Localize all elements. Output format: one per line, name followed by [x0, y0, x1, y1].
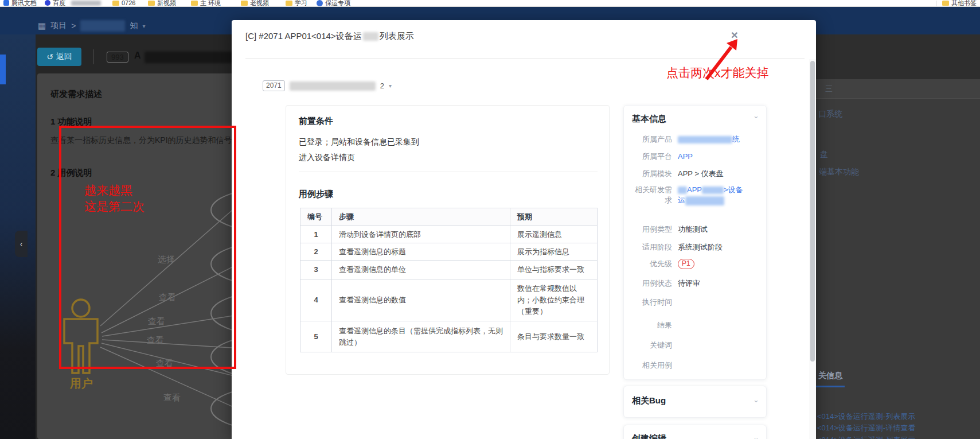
basic-info-title: 基本信息 — [632, 114, 666, 125]
back-button[interactable]: ↺ 返回 — [37, 48, 81, 66]
modal-scrollbar-track[interactable] — [809, 59, 816, 439]
bookmark-item[interactable]: 百度 — [45, 0, 65, 7]
right-panel-item[interactable]: 盘 — [820, 149, 828, 160]
case-title-tail: 2 — [380, 81, 384, 90]
info-row-exec-time: 执行时间 — [631, 297, 762, 308]
red-annotation-arrow — [697, 32, 748, 83]
info-row-module: 所属模块 APP > 仪表盘 — [631, 169, 762, 179]
breadcrumb-tail[interactable]: 知 — [130, 21, 138, 31]
case-title-blurred — [290, 81, 376, 91]
requirement-id-badge: 993 — [107, 52, 128, 63]
divider — [816, 98, 980, 99]
chevron-down-icon[interactable]: ▾ — [389, 83, 392, 89]
requirement-title-visible: A — [134, 50, 141, 61]
bookmark-item[interactable]: 保运专项 — [317, 0, 350, 7]
right-panel-partial-header: 三 — [816, 79, 980, 98]
other-bookmarks[interactable]: 其他书签 — [942, 0, 977, 7]
priority-badge: P1 — [678, 259, 694, 269]
doc-icon — [3, 0, 9, 6]
platform-link[interactable]: APP — [678, 151, 693, 162]
sidebar-collapse-button[interactable]: ‹ — [15, 231, 28, 257]
tab-related-info[interactable]: 关信息 — [818, 371, 842, 381]
bookmark-folder[interactable]: 主 环境 — [191, 0, 221, 7]
precondition-title: 前置条件 — [299, 116, 333, 127]
folder-icon — [942, 1, 949, 6]
bookmarks-divider — [936, 1, 936, 6]
sidebar-active-indicator[interactable] — [0, 55, 6, 84]
chevron-down-icon[interactable]: ⌄ — [753, 111, 759, 120]
col-header: 预期 — [510, 208, 598, 226]
folder-icon — [191, 1, 198, 6]
precondition-line: 进入设备详情页 — [299, 153, 355, 163]
edge-label: 查看 — [163, 393, 181, 402]
info-row-product: 所属产品 统 — [631, 134, 762, 145]
steps-table: 编号 步骤 预期 1滑动到设备详情页的底部展示遥测信息 2查看遥测信息的标题展示… — [300, 208, 598, 352]
right-panel-item[interactable]: 口系统 — [818, 109, 842, 119]
info-row-keyword: 关键词 — [631, 340, 762, 351]
toolbar-divider — [93, 49, 94, 64]
browser-bookmarks-bar: 腾讯文档 百度 0726 新视频 主 环境 老视频 学习 保运专项 其他书签 — [0, 0, 980, 7]
col-header: 编号 — [300, 208, 332, 226]
related-bug-title: 相关Bug — [632, 395, 666, 406]
info-row-stage: 适用阶段 系统测试阶段 — [631, 242, 762, 252]
modal-scrollbar-thumb[interactable] — [810, 61, 815, 362]
info-row-status: 用例状态 待评审 — [631, 278, 762, 289]
right-panel-item[interactable]: 端基本功能 — [819, 167, 859, 177]
create-edit-title: 创建编辑 — [632, 433, 666, 439]
section-title: 研发需求描述 — [50, 89, 102, 100]
steps-title: 用例步骤 — [299, 189, 333, 200]
divider — [299, 172, 598, 172]
case-detail-card: 前置条件 已登录；局站和设备信息已采集到 进入设备详情页 用例步骤 编号 步骤 … — [286, 105, 610, 375]
related-case-link[interactable]: <014>设备运行遥测-列表展示 — [817, 435, 915, 439]
actor-label: 用户 — [69, 377, 93, 390]
basic-info-card: 基本信息 ⌄ 所属产品 统 所属平台 APP 所属模块 APP > 仪表盘 相关… — [623, 105, 767, 380]
table-row: 5查看遥测信息的条目（需提供完成指标列表，无则跳过）条目与要求数量一致 — [300, 321, 598, 352]
background-right-panel: 三 口系统 盘 端基本功能 关信息 <014>设备运行遥测-列表展示 <014>… — [816, 34, 980, 439]
related-case-link[interactable]: <014>设备运行遥测-列表展示 — [817, 411, 915, 422]
create-edit-card: 创建编辑 ⌄ — [623, 425, 767, 439]
folder-icon — [241, 1, 248, 6]
related-requirement-link[interactable]: APP>设备 运 — [678, 185, 743, 205]
folder-icon — [148, 1, 155, 6]
red-annotation-box — [59, 126, 236, 369]
title-blurred-part — [363, 32, 378, 41]
bookmark-folder[interactable]: 老视频 — [241, 0, 269, 7]
blurred-label — [71, 1, 101, 6]
bookmark-folder[interactable]: 0726 — [112, 0, 135, 7]
bookmark-item[interactable]: 腾讯文档 — [3, 0, 37, 7]
red-annotation-text: 越来越黑 — [84, 182, 132, 199]
case-id-row: 2071 2 ▾ — [263, 80, 392, 91]
collapse-left-icon: ‹ — [20, 239, 23, 248]
product-link[interactable]: 统 — [678, 134, 740, 145]
related-case-link[interactable]: <014>设备运行遥测-详情查看 — [817, 423, 915, 433]
breadcrumb-separator: > — [71, 21, 76, 30]
bookmark-item-blurred[interactable] — [71, 0, 101, 7]
right-panel-top — [816, 34, 980, 79]
chevron-down-icon[interactable]: ⌄ — [753, 395, 759, 404]
info-row-type: 用例类型 功能测试 — [631, 224, 762, 235]
info-row-related-case: 相关用例 — [631, 360, 762, 371]
folder-icon — [112, 1, 119, 6]
bookmark-folder[interactable]: 新视频 — [148, 0, 176, 7]
bookmark-folder[interactable]: 学习 — [286, 0, 307, 7]
breadcrumb-blurred-project[interactable] — [80, 20, 125, 32]
table-row: 3查看遥测信息的单位单位与指标要求一致 — [300, 261, 598, 279]
chevron-down-icon[interactable]: ▾ — [142, 23, 145, 29]
modal-title: [C] #2071 APP01<014>设备运列表展示 — [245, 31, 414, 42]
globe-icon — [317, 0, 323, 6]
tab-active-underline — [816, 386, 845, 387]
info-row-priority: 优先级 P1 — [631, 259, 762, 269]
info-row-related-requirement: 相关研发需求 APP>设备 运 — [631, 185, 762, 205]
info-row-platform: 所属平台 APP — [631, 151, 762, 162]
red-annotation-text: 这是第二次 — [84, 199, 145, 215]
chevron-down-icon[interactable]: ⌄ — [753, 433, 759, 439]
precondition-line: 已登录；局站和设备信息已采集到 — [299, 137, 419, 147]
table-row: 1滑动到设备详情页的底部展示遥测信息 — [300, 226, 598, 243]
info-row-result: 结果 — [631, 320, 762, 331]
screen: 腾讯文档 百度 0726 新视频 主 环境 老视频 学习 保运专项 其他书签 ▦… — [0, 0, 980, 439]
table-header-row: 编号 步骤 预期 — [300, 208, 598, 226]
case-id-badge: 2071 — [263, 80, 285, 91]
breadcrumb-root[interactable]: 项目 — [50, 21, 67, 31]
table-row: 4查看遥测信息的数值数值在常规数值以内；小数位约束合理（重要） — [300, 279, 598, 321]
breadcrumb: ▦ 项目 > 知 ▾ — [38, 20, 145, 32]
